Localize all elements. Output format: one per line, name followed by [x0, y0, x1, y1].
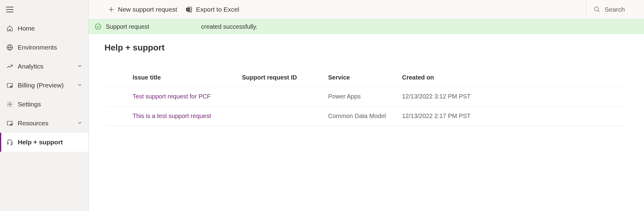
home-icon [6, 25, 13, 32]
sidebar-item-label: Resources [18, 120, 77, 127]
hamburger-button[interactable] [0, 0, 88, 19]
excel-icon [186, 6, 192, 13]
plus-icon [108, 6, 114, 13]
sidebar-item-environments[interactable]: Environments [0, 38, 88, 57]
toolbar-left: New support request Export to Excel [89, 0, 586, 19]
table-header-request-id[interactable]: Support request ID [242, 74, 328, 81]
search-wrap: Search [586, 0, 644, 19]
hamburger-icon [6, 6, 13, 13]
svg-point-25 [95, 24, 101, 29]
globe-icon [6, 44, 13, 51]
sidebar-items: Home Environments Analytics [0, 19, 88, 152]
chevron-down-icon [77, 82, 83, 88]
issue-title-link[interactable]: This is a test support request [133, 113, 242, 120]
content: Help + support Issue title Support reque… [89, 34, 644, 211]
notification-text: created successfully. [201, 23, 257, 30]
table-header-service[interactable]: Service [328, 74, 402, 81]
chevron-down-icon [77, 120, 83, 126]
main: New support request Export to Excel [89, 0, 644, 211]
headset-icon [6, 139, 13, 146]
search-label: Search [605, 6, 625, 13]
table-header-created-on[interactable]: Created on [402, 74, 628, 81]
service-cell: Power Apps [328, 93, 402, 100]
notification-title: Support request [106, 23, 149, 30]
sidebar-item-help-support[interactable]: Help + support [0, 133, 88, 152]
sidebar-item-analytics[interactable]: Analytics [0, 57, 88, 76]
svg-rect-14 [11, 143, 13, 144]
issue-title-link[interactable]: Test support request for PCF [133, 93, 242, 100]
analytics-icon [6, 63, 13, 70]
table-row[interactable]: This is a test support request Common Da… [104, 106, 628, 126]
toolbar-button-label: New support request [118, 6, 177, 13]
service-cell: Common Data Model [328, 113, 402, 120]
export-to-excel-button[interactable]: Export to Excel [181, 0, 243, 19]
sidebar-item-label: Billing (Preview) [18, 82, 77, 89]
toolbar: New support request Export to Excel [89, 0, 644, 19]
new-support-request-button[interactable]: New support request [104, 0, 181, 19]
sidebar-item-billing[interactable]: Billing (Preview) [0, 76, 88, 95]
sidebar-item-label: Home [18, 25, 83, 32]
svg-point-23 [595, 7, 598, 11]
sidebar-item-settings[interactable]: Settings [0, 95, 88, 114]
sidebar-item-label: Environments [18, 44, 83, 51]
sidebar-item-label: Settings [18, 101, 83, 108]
success-check-icon [95, 23, 101, 30]
gear-icon [6, 101, 13, 108]
success-notification: Support request created successfully. [89, 19, 644, 34]
search-button[interactable]: Search [594, 6, 625, 13]
sidebar-item-label: Help + support [18, 139, 83, 146]
created-on-cell: 12/13/2022 2:17 PM PST [402, 113, 628, 120]
billing-icon [6, 82, 13, 89]
resources-icon [6, 120, 13, 127]
support-requests-table: Issue title Support request ID Service C… [104, 74, 628, 126]
svg-point-10 [9, 103, 11, 105]
svg-rect-13 [7, 143, 9, 144]
search-icon [594, 6, 600, 13]
table-header-checkbox [104, 74, 133, 81]
table-header: Issue title Support request ID Service C… [104, 74, 628, 87]
sidebar-item-resources[interactable]: Resources [0, 114, 88, 133]
sidebar-item-label: Analytics [18, 63, 77, 70]
sidebar: Home Environments Analytics [0, 0, 89, 211]
table-header-issue-title[interactable]: Issue title [133, 74, 242, 81]
sidebar-item-home[interactable]: Home [0, 19, 88, 38]
table-row[interactable]: Test support request for PCF Power Apps … [104, 87, 628, 106]
toolbar-button-label: Export to Excel [196, 6, 239, 13]
created-on-cell: 12/13/2022 3:12 PM PST [402, 93, 628, 100]
svg-line-24 [598, 10, 600, 12]
page-title: Help + support [104, 43, 628, 53]
chevron-down-icon [77, 63, 83, 69]
